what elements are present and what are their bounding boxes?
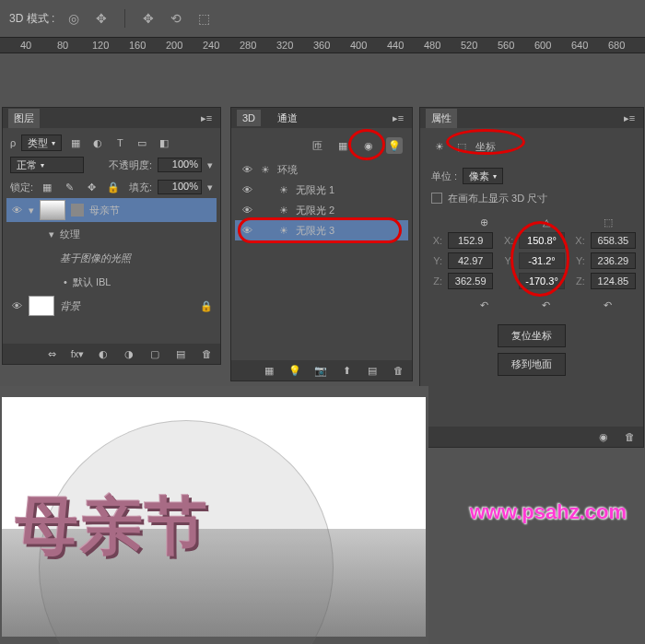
col-scale-icon: ⬚	[583, 217, 633, 228]
dropdown-icon[interactable]: ▾	[207, 181, 213, 193]
footer-render-icon[interactable]: ⬆	[338, 362, 355, 379]
lock-pos-icon[interactable]: ✥	[83, 179, 100, 195]
lock-paint-icon[interactable]: ✎	[61, 179, 77, 195]
unit-select[interactable]: 像素	[463, 168, 503, 184]
filter-kind-select[interactable]: 类型	[21, 135, 62, 151]
orbit-icon[interactable]: ◎	[65, 10, 82, 27]
z-pos-input[interactable]: 362.59	[448, 273, 493, 289]
reset-rot-button[interactable]: ↶	[522, 297, 571, 313]
group-icon[interactable]: ▢	[147, 345, 163, 362]
3d-item-light-2[interactable]: 👁 ☀ 无限光 2	[235, 200, 408, 220]
pan-icon[interactable]: ✥	[93, 10, 110, 27]
lock-icon: 🔒	[200, 300, 213, 312]
expand-icon[interactable]: ▾	[49, 228, 54, 240]
z-rot-input[interactable]: -170.3°	[519, 273, 564, 289]
filter-mesh-icon[interactable]: ▦	[334, 137, 351, 154]
rotate-icon[interactable]: ⟲	[168, 10, 184, 27]
layer-sub-default-ibl[interactable]: • 默认 IBL	[6, 270, 217, 294]
tab-properties[interactable]: 属性	[426, 109, 457, 128]
visibility-icon[interactable]: 👁	[10, 300, 23, 311]
document-viewport[interactable]: 母亲节	[0, 386, 428, 644]
filter-smart-icon[interactable]: ◧	[156, 135, 172, 151]
adjust-icon[interactable]: ◑	[121, 345, 137, 362]
visibility-icon[interactable]: 👁	[240, 164, 253, 175]
item-label: 无限光 3	[296, 224, 334, 238]
footer-camera-icon[interactable]: 📷	[312, 362, 329, 379]
tab-layers[interactable]: 图层	[8, 109, 40, 128]
y-scale-input[interactable]: 236.29	[591, 252, 636, 269]
3d-render: 母亲节	[2, 397, 426, 637]
move-to-ground-button[interactable]: 移到地面	[498, 353, 566, 376]
panel-menu-icon[interactable]: ▸≡	[390, 110, 406, 126]
layers-body: ρ 类型 ▦ ◐ T ▭ ◧ 正常 不透明度: 100% ▾ 锁定: ▦ ✎ ✥…	[3, 128, 220, 344]
3d-item-light-3[interactable]: 👁 ☀ 无限光 3	[235, 220, 408, 240]
footer-render-icon[interactable]: ◉	[595, 428, 612, 445]
scale-icon[interactable]: ⬚	[195, 10, 212, 27]
visibility-icon[interactable]: 👁	[240, 184, 253, 195]
lock-trans-icon[interactable]: ▦	[39, 179, 55, 195]
filter-scene-icon[interactable]: 匝	[309, 137, 325, 154]
reset-pos-button[interactable]: ↶	[460, 297, 510, 313]
x-pos-input[interactable]: 152.9	[448, 232, 493, 249]
footer-mesh-icon[interactable]: ▦	[261, 362, 277, 379]
x-rot-input[interactable]: 150.8°	[519, 232, 564, 249]
item-label: 无限光 2	[296, 204, 334, 217]
fill-input[interactable]: 100%	[158, 180, 202, 194]
y-rot-input[interactable]: -31.2°	[519, 252, 564, 269]
reset-coords-button[interactable]: 复位坐标	[498, 324, 566, 347]
visibility-icon[interactable]: 👁	[240, 205, 253, 216]
x-scale-input[interactable]: 658.35	[591, 232, 636, 249]
filter-shape-icon[interactable]: ▭	[134, 135, 150, 151]
light-icon: ☀	[279, 184, 288, 196]
3d-item-light-1[interactable]: 👁 ☀ 无限光 1	[235, 180, 408, 200]
coord-icon[interactable]: ⬚	[453, 138, 470, 155]
filter-adjust-icon[interactable]: ◐	[89, 135, 106, 151]
new-icon[interactable]: ▤	[172, 345, 189, 362]
lock-all-icon[interactable]: 🔒	[105, 179, 122, 195]
unit-label: 单位 :	[431, 170, 457, 183]
tab-channels[interactable]: 通道	[272, 109, 303, 128]
footer-new-icon[interactable]: ▤	[364, 362, 381, 379]
layers-panel: 图层 ▸≡ ρ 类型 ▦ ◐ T ▭ ◧ 正常 不透明度: 100% ▾ 锁定:…	[2, 107, 221, 365]
fx-icon[interactable]: fx▾	[69, 345, 86, 362]
layer-item-background[interactable]: 👁 背景 🔒	[6, 294, 217, 318]
dropdown-icon[interactable]: ▾	[207, 159, 213, 171]
light-icon: ☀	[279, 225, 288, 237]
z-scale-input[interactable]: 124.85	[591, 273, 636, 289]
divider	[124, 9, 125, 28]
footer-trash-icon[interactable]: 🗑	[621, 428, 638, 445]
3d-footer: ▦ 💡 📷 ⬆ ▤ 🗑	[231, 360, 412, 381]
light-props-icon[interactable]: ☀	[431, 138, 448, 155]
footer-light-icon[interactable]: 💡	[287, 362, 303, 379]
layer-sub-ibl-label[interactable]: 基于图像的光照	[6, 246, 217, 270]
expand-icon[interactable]: ▾	[29, 205, 34, 217]
item-label: 环境	[277, 163, 298, 177]
link-icon[interactable]: ⇔	[43, 345, 60, 362]
tab-3d[interactable]: 3D	[237, 110, 261, 126]
blend-mode-select[interactable]: 正常	[10, 157, 84, 173]
layer-name: 默认 IBL	[73, 275, 111, 289]
show-3d-checkbox[interactable]	[431, 193, 442, 204]
filter-material-icon[interactable]: ◉	[360, 137, 377, 154]
mask-icon[interactable]: ◐	[95, 345, 111, 362]
footer-trash-icon[interactable]: 🗑	[390, 362, 406, 379]
filter-type-icon[interactable]: T	[111, 135, 128, 151]
layer-name: 基于图像的光照	[60, 252, 131, 265]
y-pos-input[interactable]: 42.97	[448, 252, 493, 269]
reset-scale-button[interactable]: ↶	[583, 297, 633, 313]
move-icon[interactable]: ✥	[140, 10, 157, 27]
visibility-icon[interactable]: 👁	[240, 225, 253, 236]
layer-sub-texture[interactable]: ▾ 纹理	[6, 222, 217, 246]
opacity-input[interactable]: 100%	[158, 158, 202, 172]
panel-tabs: 图层 ▸≡	[3, 108, 220, 128]
3d-item-environment[interactable]: 👁 ☀ 环境	[235, 159, 408, 180]
panel-menu-icon[interactable]: ▸≡	[198, 110, 215, 126]
visibility-icon[interactable]: 👁	[10, 205, 23, 216]
filter-light-icon[interactable]: 💡	[386, 137, 403, 154]
layer-name: 母亲节	[89, 204, 120, 217]
layer-item-mothers-day[interactable]: 👁 ▾ 母亲节	[6, 198, 217, 222]
bullet-icon: •	[64, 276, 67, 287]
panel-menu-icon[interactable]: ▸≡	[621, 110, 638, 126]
filter-pixel-icon[interactable]: ▦	[67, 135, 84, 151]
trash-icon[interactable]: 🗑	[198, 345, 215, 362]
